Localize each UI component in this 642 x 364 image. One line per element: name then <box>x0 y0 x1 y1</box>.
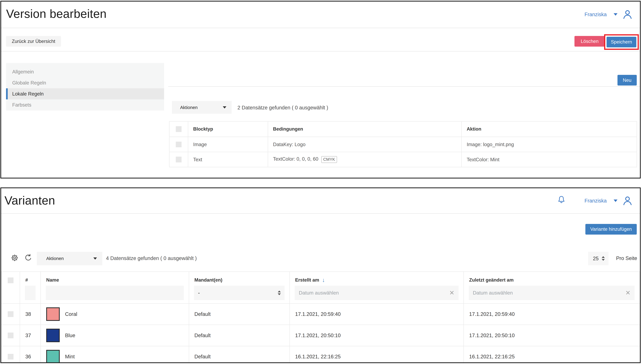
name-filter-input[interactable] <box>46 286 184 300</box>
cell-text: TextColor: 0, 0, 0, 60 <box>273 156 318 162</box>
new-button[interactable]: Neu <box>618 75 637 86</box>
save-button[interactable]: Speichern <box>606 37 636 48</box>
modified-date-filter[interactable] <box>469 286 635 300</box>
bell-icon[interactable] <box>556 194 566 204</box>
cell-mandant: Default <box>189 304 290 325</box>
page-title: Version bearbeiten <box>6 7 106 21</box>
add-variant-button[interactable]: Variante hinzufügen <box>586 224 637 234</box>
table-row[interactable]: 37 Blue Default 17.1.2021, 20:50:10 17.1… <box>2 325 640 346</box>
cell-name: Mint <box>41 346 189 363</box>
select-all-checkbox[interactable] <box>176 126 182 132</box>
table-row[interactable]: 36 Mint Default 16.1.2021, 22:16:25 16.1… <box>2 346 640 363</box>
column-label[interactable]: Erstellt am <box>295 277 319 283</box>
active-indicator-bar <box>6 88 8 100</box>
table-row[interactable]: 38 Coral Default 17.1.2021, 20:59:40 17.… <box>2 304 640 325</box>
variant-name: Mint <box>65 354 74 360</box>
cell-blocktyp: Text <box>188 152 268 167</box>
user-name[interactable]: Franziska <box>584 12 607 17</box>
sidebar-item-label: Allgemein <box>12 69 34 74</box>
table-header-row: Blocktyp Bedingungen Aktion <box>169 121 637 137</box>
per-page-value: 25 <box>588 256 599 262</box>
cell-bedingungen: TextColor: 0, 0, 0, 60CMYK <box>268 152 462 167</box>
gear-icon[interactable] <box>10 253 19 262</box>
sidebar-item-label: Farbsets <box>12 102 31 108</box>
chevron-down-icon[interactable] <box>614 200 618 202</box>
result-summary: 2 Datensätze gefunden ( 0 ausgewählt ) <box>238 105 328 110</box>
cmyk-badge: CMYK <box>321 156 337 163</box>
column-header-bedingungen: Bedingungen <box>268 121 462 137</box>
sidebar-item-farbsets[interactable]: Farbsets <box>6 100 164 110</box>
divider <box>1 28 640 28</box>
row-checkbox[interactable] <box>8 332 14 338</box>
per-page-label: Pro Seite <box>616 256 637 261</box>
actions-dropdown-label: Aktionen <box>37 256 64 261</box>
id-filter-input[interactable] <box>25 286 36 300</box>
sidebar-item-lokale-regeln[interactable]: Lokale Regeln <box>6 88 164 100</box>
table-row[interactable]: Image DataKey: Logo Image: logo_mint.png <box>169 137 637 152</box>
cell-modified: 16.1.2021, 22:16:25 <box>464 346 640 363</box>
color-swatch <box>46 350 60 363</box>
chevron-down-icon <box>223 106 226 108</box>
created-date-filter[interactable] <box>295 286 458 300</box>
mandant-filter-select[interactable]: - <box>194 286 284 300</box>
actions-dropdown-label: Aktionen <box>172 105 198 110</box>
column-header-id: # <box>20 272 41 304</box>
person-icon[interactable] <box>622 9 633 20</box>
back-to-overview-button[interactable]: Zurück zur Übersicht <box>6 36 61 46</box>
person-icon[interactable] <box>622 195 633 206</box>
row-checkbox[interactable] <box>176 142 182 148</box>
annotation-highlight-box: Speichern <box>604 34 639 50</box>
sort-down-arrow-icon[interactable] <box>322 277 325 283</box>
up-down-stepper-icon[interactable] <box>602 256 605 261</box>
cell-name: Coral <box>41 304 189 325</box>
up-down-stepper-icon <box>278 290 281 295</box>
chevron-down-icon[interactable] <box>614 13 618 16</box>
clear-x-icon[interactable] <box>449 290 454 296</box>
select-all-checkbox[interactable] <box>8 278 14 283</box>
row-checkbox[interactable] <box>8 311 14 317</box>
chevron-down-icon <box>93 258 97 260</box>
divider <box>1 51 640 52</box>
clear-x-icon[interactable] <box>626 290 630 296</box>
sidebar-item-label: Globale Regeln <box>12 80 46 86</box>
cell-bedingungen: DataKey: Logo <box>268 137 462 152</box>
user-menu[interactable]: Franziska <box>584 195 633 206</box>
user-menu[interactable]: Franziska <box>584 9 633 20</box>
cell-created: 17.1.2021, 20:50:10 <box>290 325 464 346</box>
refresh-icon[interactable] <box>24 253 33 262</box>
cell-blocktyp: Image <box>188 137 268 152</box>
actions-dropdown[interactable]: Aktionen <box>37 252 102 265</box>
actions-dropdown[interactable]: Aktionen <box>172 101 232 114</box>
divider <box>168 86 640 87</box>
result-summary: 4 Datensätze gefunden ( 0 ausgewählt ) <box>106 256 197 261</box>
column-label: Zuletzt geändert am <box>464 276 640 284</box>
cell-id: 38 <box>20 304 41 325</box>
settings-sidebar: Allgemein Globale Regeln Lokale Regeln F… <box>6 63 164 110</box>
local-rules-table: Blocktyp Bedingungen Aktion Image DataKe… <box>169 121 637 168</box>
sidebar-item-label: Lokale Regeln <box>12 91 44 96</box>
delete-button[interactable]: Löschen <box>574 36 605 46</box>
column-header-created: Erstellt am <box>290 272 464 304</box>
sidebar-item-globale-regeln[interactable]: Globale Regeln <box>6 77 164 88</box>
cell-id: 37 <box>20 325 41 346</box>
cell-created: 17.1.2021, 20:59:40 <box>290 304 464 325</box>
variants-panel: Varianten Franziska Variante hinzufügen … <box>0 188 641 363</box>
row-checkbox[interactable] <box>176 157 182 162</box>
row-checkbox[interactable] <box>8 354 14 360</box>
column-header-modified: Zuletzt geändert am <box>464 272 640 304</box>
user-name[interactable]: Franziska <box>584 198 607 204</box>
divider <box>1 213 640 214</box>
cell-modified: 17.1.2021, 20:50:10 <box>464 325 640 346</box>
table-row[interactable]: Text TextColor: 0, 0, 0, 60CMYK TextColo… <box>169 152 637 167</box>
page-title: Varianten <box>4 194 55 207</box>
column-header-blocktyp: Blocktyp <box>188 121 268 137</box>
mandant-filter-value: - <box>198 290 200 296</box>
column-label: Name <box>41 276 188 284</box>
variant-name: Coral <box>65 311 77 317</box>
column-header-mandant: Mandant(en) - <box>189 272 290 304</box>
variants-table: # Name Mandant(en) - Erstellt am Zuletzt… <box>1 272 640 363</box>
cell-mandant: Default <box>189 346 290 363</box>
edit-version-panel: Version bearbeiten Franziska Zurück zur … <box>0 1 641 178</box>
per-page-select[interactable]: 25 <box>588 252 608 265</box>
sidebar-item-allgemein[interactable]: Allgemein <box>6 66 164 77</box>
